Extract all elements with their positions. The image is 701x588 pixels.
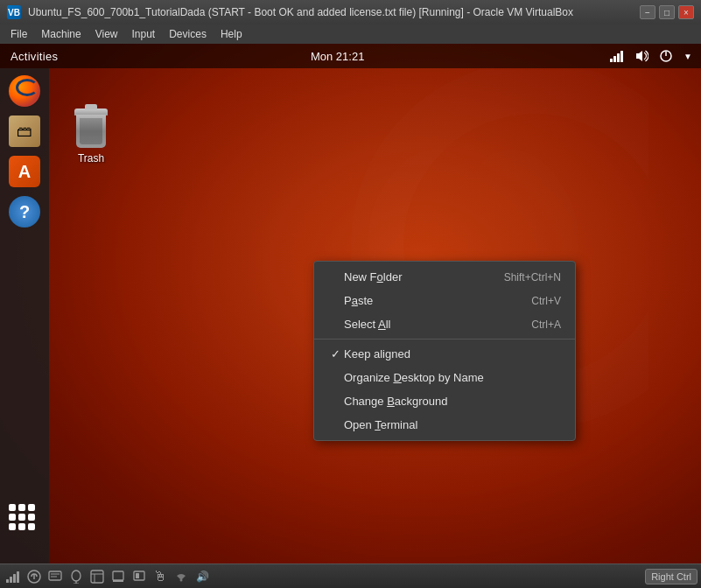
checkmark-terminal — [328, 418, 342, 431]
application-dock: 🗃 A ? — [0, 68, 49, 564]
apps-grid-icon — [5, 500, 37, 532]
context-menu-organize-desktop[interactable]: Organize Desktop by Name — [314, 366, 575, 389]
context-menu-open-terminal[interactable]: Open Terminal — [314, 413, 575, 437]
minimize-button[interactable]: − — [640, 5, 655, 19]
show-apps-button[interactable] — [5, 500, 37, 532]
panel-right-area: ▼ — [606, 44, 701, 68]
svg-rect-1 — [610, 59, 613, 62]
menu-machine[interactable]: Machine — [34, 26, 88, 42]
dock-appstore[interactable]: A — [5, 152, 44, 191]
bottom-taskbar: 🖱 🔊 Right Ctrl — [0, 564, 701, 588]
svg-rect-22 — [113, 571, 123, 580]
svg-rect-7 — [6, 579, 9, 583]
context-menu-separator-1 — [314, 339, 575, 340]
taskbar-network-icon[interactable] — [172, 567, 191, 586]
taskbar-icon-3[interactable] — [46, 567, 65, 586]
new-folder-shortcut: Shift+Ctrl+N — [504, 271, 561, 284]
paste-shortcut: Ctrl+V — [531, 295, 561, 307]
organize-desktop-label: Organize Desktop by Name — [344, 371, 540, 384]
close-button[interactable]: × — [678, 5, 694, 19]
taskbar-icon-4[interactable] — [67, 567, 86, 586]
context-menu-paste[interactable]: Paste Ctrl+V — [314, 289, 575, 312]
dock-firefox[interactable] — [5, 72, 44, 110]
ubuntu-desktop[interactable]: Activities Mon 21:21 — [0, 44, 701, 588]
open-terminal-label: Open Terminal — [344, 418, 540, 431]
right-ctrl-indicator: Right Ctrl — [645, 569, 697, 584]
svg-rect-4 — [620, 51, 623, 62]
checkmark-keep-aligned: ✓ — [328, 347, 342, 360]
checkmark-organize — [328, 371, 342, 384]
menu-view[interactable]: View — [88, 26, 125, 42]
vm-content: Activities Mon 21:21 — [0, 44, 701, 588]
checkmark-paste — [328, 294, 342, 307]
context-menu-keep-aligned[interactable]: ✓ Keep aligned — [314, 342, 575, 366]
firefox-icon — [9, 75, 40, 107]
dock-files[interactable]: 🗃 — [5, 112, 44, 150]
svg-point-26 — [180, 578, 183, 581]
sound-icon[interactable] — [631, 44, 652, 68]
window-title: Ubuntu_FS_600_700b1_TutorialDada (START … — [28, 6, 633, 18]
activities-button[interactable]: Activities — [0, 44, 68, 68]
checkmark-select-all — [328, 318, 342, 331]
svg-rect-8 — [10, 577, 12, 583]
trash-graphic — [75, 108, 107, 149]
svg-rect-3 — [617, 53, 620, 62]
title-bar: VB Ubuntu_FS_600_700b1_TutorialDada (STA… — [0, 0, 701, 24]
help-icon: ? — [9, 196, 40, 228]
svg-rect-2 — [613, 56, 616, 62]
taskbar-icon-1[interactable] — [4, 567, 23, 586]
maximize-button[interactable]: □ — [659, 5, 675, 19]
menu-devices[interactable]: Devices — [162, 26, 214, 42]
checkmark-new-folder — [328, 270, 342, 284]
paste-label: Paste — [344, 294, 510, 307]
taskbar-icon-5[interactable] — [88, 567, 107, 586]
context-menu-select-all[interactable]: Select All Ctrl+A — [314, 312, 575, 336]
context-menu-new-folder[interactable]: New Folder Shift+Ctrl+N — [314, 265, 575, 289]
svg-point-16 — [72, 570, 81, 581]
dock-help[interactable]: ? — [5, 192, 44, 231]
select-all-label: Select All — [344, 318, 510, 331]
menu-input[interactable]: Input — [125, 26, 163, 42]
trash-desktop-icon[interactable]: Trash — [70, 103, 112, 170]
panel-center: Mon 21:21 — [68, 50, 606, 63]
panel-dropdown-arrow[interactable]: ▼ — [680, 44, 696, 68]
svg-rect-10 — [17, 571, 19, 583]
power-icon[interactable] — [655, 44, 676, 68]
select-all-shortcut: Ctrl+A — [531, 318, 561, 331]
new-folder-label: New Folder — [344, 270, 483, 284]
context-menu: New Folder Shift+Ctrl+N Paste Ctrl+V Sel… — [313, 261, 576, 441]
taskbar-sound-icon[interactable]: 🔊 — [193, 567, 212, 586]
appstore-icon: A — [9, 156, 40, 187]
context-menu-change-background[interactable]: Change Background — [314, 389, 575, 413]
taskbar-icon-6[interactable] — [109, 567, 128, 586]
svg-rect-13 — [49, 571, 61, 580]
network-icon[interactable] — [606, 44, 627, 68]
ubuntu-top-panel: Activities Mon 21:21 — [0, 44, 701, 68]
virtualbox-window: VB Ubuntu_FS_600_700b1_TutorialDada (STA… — [0, 0, 701, 588]
menu-bar: File Machine View Input Devices Help — [0, 24, 701, 44]
menu-file[interactable]: File — [4, 26, 34, 42]
virtualbox-icon: VB — [7, 5, 21, 19]
svg-rect-19 — [91, 570, 103, 583]
svg-rect-9 — [13, 574, 16, 583]
taskbar-icon-7[interactable] — [130, 567, 149, 586]
keep-aligned-label: Keep aligned — [344, 347, 540, 360]
checkmark-background — [328, 395, 342, 408]
window-controls: − □ × — [640, 5, 694, 19]
trash-body — [76, 115, 106, 148]
menu-help[interactable]: Help — [214, 26, 249, 42]
files-icon: 🗃 — [9, 116, 40, 147]
clock-widget[interactable]: Mon 21:21 — [311, 50, 364, 63]
taskbar-icon-2[interactable] — [25, 567, 44, 586]
svg-rect-25 — [136, 573, 139, 578]
trash-label: Trash — [78, 152, 104, 164]
taskbar-icon-8[interactable]: 🖱 — [151, 567, 170, 586]
change-background-label: Change Background — [344, 395, 540, 408]
